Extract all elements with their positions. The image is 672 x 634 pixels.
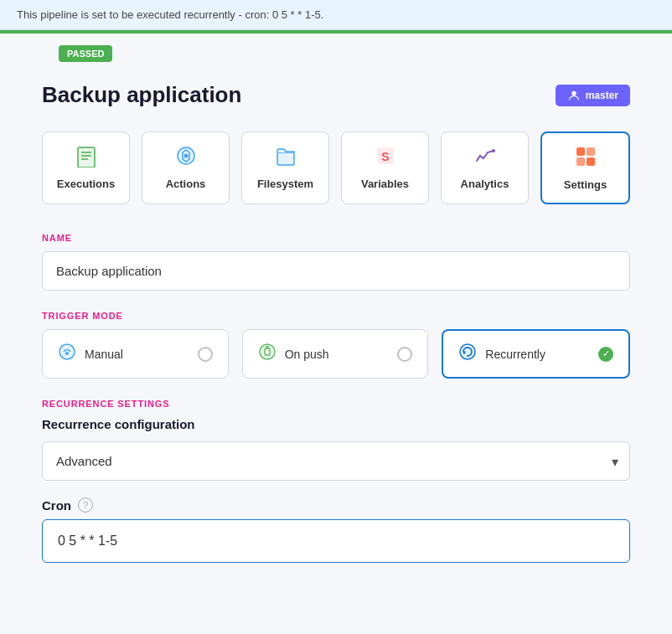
tabs-row: Executions Actions Filesystem (42, 131, 630, 204)
recurrence-section: RECURRENCE SETTINGS Recurrence configura… (42, 399, 630, 563)
trigger-recurrently[interactable]: Recurrently ✓ (442, 329, 630, 379)
tab-variables-label: Variables (361, 178, 409, 190)
filesystem-icon (274, 144, 297, 171)
recurrently-icon (458, 343, 477, 365)
page-title: Backup application (42, 82, 241, 108)
cron-label-row: Cron ? (42, 497, 630, 513)
trigger-recurrently-label: Recurrently (485, 348, 545, 361)
on-push-icon (258, 343, 277, 365)
tab-actions[interactable]: Actions (142, 131, 230, 204)
cron-input[interactable] (42, 519, 630, 563)
trigger-mode-label: TRIGGER MODE (42, 311, 630, 321)
trigger-on-push-label: On push (285, 348, 329, 361)
tab-filesystem-label: Filesystem (257, 178, 313, 190)
settings-icon (574, 145, 597, 172)
analytics-icon (473, 144, 497, 171)
variables-icon: S (374, 144, 397, 171)
tab-settings-label: Settings (564, 178, 607, 191)
trigger-on-push[interactable]: On push (242, 329, 429, 379)
svg-rect-7 (277, 152, 294, 165)
trigger-manual-label: Manual (85, 348, 123, 361)
svg-rect-14 (587, 157, 595, 166)
tab-filesystem[interactable]: Filesystem (241, 131, 329, 204)
recurrence-config-select-wrapper: Simple Advanced ▾ (42, 441, 630, 481)
top-banner: This pipeline is set to be executed recu… (0, 0, 672, 30)
trigger-manual-radio[interactable] (198, 347, 213, 362)
executions-icon (75, 144, 98, 171)
master-badge[interactable]: master (556, 85, 630, 106)
recurrence-section-label: RECURRENCE SETTINGS (42, 399, 630, 409)
name-input[interactable] (42, 251, 630, 291)
page-header: Backup application master (42, 82, 630, 108)
svg-rect-1 (78, 147, 95, 168)
svg-rect-12 (587, 147, 595, 156)
trigger-mode-section: TRIGGER MODE Manual (42, 311, 630, 379)
tab-variables[interactable]: S Variables (341, 131, 429, 204)
manual-icon (58, 343, 76, 365)
svg-point-22 (460, 344, 475, 359)
trigger-recurrently-radio[interactable]: ✓ (598, 347, 613, 362)
svg-point-0 (571, 90, 576, 95)
tab-actions-label: Actions (166, 178, 206, 190)
tab-analytics[interactable]: Analytics (441, 131, 529, 204)
svg-point-10 (492, 149, 495, 152)
svg-rect-11 (576, 147, 585, 156)
cron-section: Cron ? (42, 497, 630, 563)
master-icon (567, 89, 581, 102)
name-section: NAME (42, 233, 630, 291)
master-label: master (586, 90, 618, 101)
tab-executions[interactable]: Executions (42, 131, 130, 204)
banner-text: This pipeline is set to be executed recu… (17, 8, 323, 21)
name-section-label: NAME (42, 233, 630, 243)
svg-point-16 (65, 352, 69, 355)
trigger-manual[interactable]: Manual (42, 329, 229, 379)
actions-icon (174, 144, 198, 171)
trigger-on-push-radio[interactable] (397, 347, 412, 362)
passed-badge: PASSED (59, 45, 112, 62)
recurrence-config-select[interactable]: Simple Advanced (42, 441, 630, 481)
tab-executions-label: Executions (57, 178, 115, 190)
tab-analytics-label: Analytics (461, 178, 509, 190)
trigger-options: Manual On push (42, 329, 630, 379)
svg-text:S: S (381, 150, 389, 163)
cron-help-icon[interactable]: ? (78, 497, 93, 513)
svg-point-6 (184, 154, 188, 158)
tab-settings[interactable]: Settings (540, 131, 630, 204)
cron-label: Cron (42, 498, 71, 513)
recurrence-config-title: Recurrence configuration (42, 417, 630, 431)
svg-rect-13 (576, 157, 585, 166)
